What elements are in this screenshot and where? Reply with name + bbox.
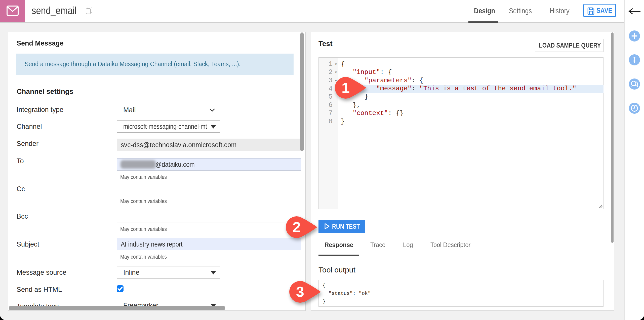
svg-text:2: 2 bbox=[293, 219, 301, 235]
svg-text:3: 3 bbox=[296, 284, 304, 300]
svg-text:1: 1 bbox=[342, 79, 350, 96]
